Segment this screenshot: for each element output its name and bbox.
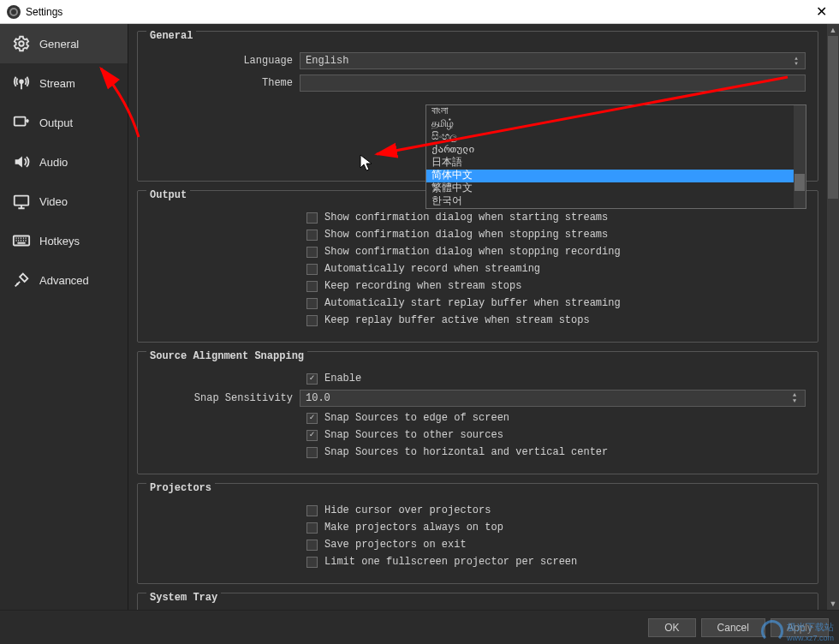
- language-option[interactable]: ქართული: [426, 144, 806, 157]
- checkbox[interactable]: [306, 430, 318, 441]
- checkbox[interactable]: [306, 557, 318, 568]
- theme-label: Theme: [150, 77, 300, 89]
- group-legend: General: [146, 30, 196, 42]
- sidebar-item-general[interactable]: General: [0, 24, 128, 63]
- sidebar-item-label: Advanced: [39, 274, 89, 287]
- close-icon[interactable]: ✕: [811, 3, 832, 20]
- snap-sensitivity-label: Snap Sensitivity: [150, 392, 300, 404]
- svg-rect-3: [15, 196, 29, 206]
- sidebar-item-label: General: [39, 38, 79, 51]
- language-dropdown-list[interactable]: বাংলাதமிழ்සිංහලქართული日本語简体中文繁體中文한국어: [425, 104, 806, 209]
- scrollbar-thumb[interactable]: [828, 36, 838, 199]
- group-snapping: Source Alignment Snapping Enable Snap Se…: [137, 351, 818, 474]
- language-option[interactable]: 繁體中文: [426, 182, 806, 195]
- checkbox[interactable]: [306, 373, 318, 385]
- sidebar-item-hotkeys[interactable]: Hotkeys: [0, 221, 128, 260]
- group-legend: Source Alignment Snapping: [146, 350, 307, 362]
- sidebar-item-label: Stream: [39, 77, 75, 90]
- language-option[interactable]: தமிழ்: [426, 118, 806, 131]
- scrollbar-thumb[interactable]: [794, 174, 805, 191]
- sidebar-item-advanced[interactable]: Advanced: [0, 260, 128, 300]
- checkbox-label: Keep recording when stream stops: [324, 280, 521, 292]
- group-legend: Projectors: [146, 482, 215, 494]
- checkbox[interactable]: [306, 522, 318, 534]
- theme-combobox[interactable]: [300, 75, 806, 92]
- checkbox[interactable]: [306, 264, 318, 275]
- broadcast-icon: [12, 74, 31, 92]
- group-legend: System Tray: [146, 592, 221, 604]
- checkbox[interactable]: [306, 315, 318, 326]
- checkbox[interactable]: [306, 413, 318, 424]
- checkbox[interactable]: [306, 230, 318, 241]
- app-icon: [7, 5, 21, 19]
- svg-point-0: [19, 41, 24, 46]
- content-pane: General Language English ▲▼ Theme: [128, 24, 839, 610]
- svg-rect-2: [15, 117, 26, 126]
- checkbox-label: Keep replay buffer active when stream st…: [324, 314, 590, 326]
- main: General Stream Output Audio Video: [0, 24, 839, 610]
- output-icon: [12, 113, 31, 132]
- titlebar: Settings ✕: [0, 0, 839, 24]
- scroll-down-icon[interactable]: ▼: [827, 598, 839, 610]
- language-option[interactable]: 한국어: [426, 195, 806, 208]
- snap-sensitivity-value: 10.0: [306, 392, 330, 404]
- dropdown-scrollbar[interactable]: [794, 105, 806, 208]
- cancel-button[interactable]: Cancel: [701, 618, 765, 637]
- gear-icon: [12, 34, 31, 53]
- language-label: Language: [150, 55, 300, 67]
- sidebar-item-stream[interactable]: Stream: [0, 63, 128, 103]
- checkbox[interactable]: [306, 281, 318, 292]
- combo-arrows-icon: ▲▼: [791, 53, 801, 69]
- language-combobox[interactable]: English ▲▼: [300, 52, 806, 69]
- checkbox-label: Automatically record when streaming: [324, 263, 540, 275]
- checkbox[interactable]: [306, 505, 318, 516]
- language-option[interactable]: 日本語: [426, 157, 806, 170]
- footer: OK Cancel Apply 极光下载站 www.xz7.com: [0, 610, 839, 644]
- group-output: Output Show confirmation dialog when sta…: [137, 190, 818, 343]
- spin-arrows-icon: ▲▼: [789, 392, 800, 404]
- scroll-up-icon[interactable]: ▲: [827, 24, 839, 36]
- speaker-icon: [12, 152, 31, 171]
- window-title: Settings: [26, 6, 62, 18]
- sidebar-item-label: Video: [39, 195, 68, 208]
- sidebar-item-audio[interactable]: Audio: [0, 142, 128, 182]
- keyboard-icon: [12, 231, 31, 250]
- sidebar-item-label: Audio: [39, 156, 68, 169]
- checkbox[interactable]: [306, 212, 318, 224]
- sidebar-item-label: Hotkeys: [39, 235, 80, 247]
- group-legend: Output: [146, 189, 190, 201]
- checkbox[interactable]: [306, 447, 318, 458]
- sidebar: General Stream Output Audio Video: [0, 24, 128, 610]
- checkbox-label: Show confirmation dialog when starting s…: [324, 212, 608, 224]
- checkbox-label: Limit one fullscreen projector per scree…: [324, 556, 577, 568]
- monitor-icon: [12, 192, 31, 211]
- checkbox[interactable]: [306, 540, 318, 551]
- svg-point-1: [20, 80, 23, 83]
- apply-button[interactable]: Apply: [771, 618, 829, 637]
- checkbox-label: Automatically start replay buffer when s…: [324, 297, 621, 309]
- sidebar-item-label: Output: [39, 116, 73, 129]
- checkbox-label: Show confirmation dialog when stopping r…: [324, 246, 621, 258]
- checkbox-label: Snap Sources to edge of screen: [324, 412, 509, 424]
- checkbox-label: Snap Sources to other sources: [324, 429, 503, 441]
- language-option[interactable]: বাংলা: [426, 105, 806, 118]
- tools-icon: [12, 271, 31, 289]
- checkbox[interactable]: [306, 247, 318, 258]
- sidebar-item-video[interactable]: Video: [0, 182, 128, 221]
- sidebar-item-output[interactable]: Output: [0, 103, 128, 142]
- language-option[interactable]: සිංහල: [426, 131, 806, 144]
- group-projectors: Projectors Hide cursor over projectorsMa…: [137, 483, 818, 584]
- content-scrollbar[interactable]: ▲ ▼: [827, 24, 839, 610]
- group-system-tray: System Tray Enable: [137, 593, 818, 610]
- checkbox[interactable]: [306, 298, 318, 309]
- checkbox-label: Save projectors on exit: [324, 539, 467, 551]
- checkbox-label: Make projectors always on top: [324, 522, 503, 534]
- checkbox-label: Enable: [324, 373, 361, 385]
- checkbox-label: Show confirmation dialog when stopping s…: [324, 229, 608, 241]
- checkbox-label: Hide cursor over projectors: [324, 504, 491, 516]
- ok-button[interactable]: OK: [648, 618, 695, 637]
- language-option[interactable]: 简体中文: [426, 170, 806, 182]
- snap-sensitivity-spinbox[interactable]: 10.0 ▲▼: [300, 390, 806, 407]
- checkbox-label: Snap Sources to horizontal and vertical …: [324, 446, 608, 458]
- language-value: English: [306, 55, 348, 67]
